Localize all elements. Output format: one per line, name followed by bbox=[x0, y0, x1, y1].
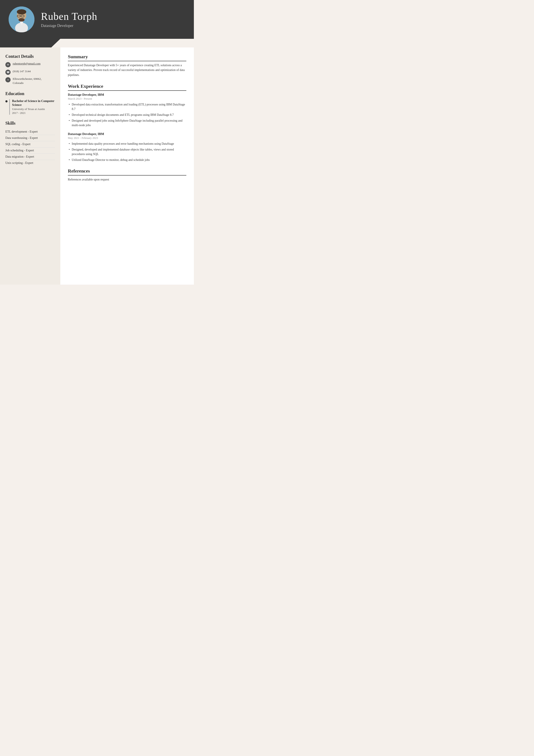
svg-point-6 bbox=[18, 18, 25, 21]
summary-text: Experienced Datastage Developer with 5+ … bbox=[68, 63, 186, 77]
contact-email-item: ✉ rubentorph@gmail.com bbox=[5, 62, 55, 67]
header: Ruben Torph Datastage Developer bbox=[0, 0, 194, 39]
location-text: Ellsworthchester, 69062,Colorado bbox=[13, 77, 41, 85]
skill-item: Job scheduling - Expert bbox=[5, 148, 55, 154]
sidebar: Contact Details ✉ rubentorph@gmail.com ☎… bbox=[0, 47, 60, 284]
job-bullets-list: Developed data extraction, transformatio… bbox=[68, 102, 186, 127]
job-bullet: Designed and developed jobs using InfoSp… bbox=[68, 119, 186, 127]
skills-section-title: Skills bbox=[5, 121, 55, 126]
education-section: Education Bachelor of Science in Compute… bbox=[5, 91, 55, 115]
email-link[interactable]: rubentorph@gmail.com bbox=[13, 62, 40, 65]
main-layout: Contact Details ✉ rubentorph@gmail.com ☎… bbox=[0, 47, 194, 284]
edu-degree: Bachelor of Science in Computer Science bbox=[12, 99, 55, 107]
references-section: References References available upon req… bbox=[68, 168, 186, 182]
skill-item: Data warehousing - Expert bbox=[5, 135, 55, 141]
contact-phone-item: ☎ (918) 147 3144 bbox=[5, 69, 55, 75]
jobs-list: Datastage Developer, IBMMarch 2023 - Pre… bbox=[68, 93, 186, 162]
contact-section-title: Contact Details bbox=[5, 54, 55, 59]
references-text: References available upon request bbox=[68, 177, 186, 182]
job-bullet: Utilized DataStage Director to monitor, … bbox=[68, 158, 186, 162]
job-title: Datastage Developer, IBM bbox=[68, 93, 186, 96]
avatar-image bbox=[9, 7, 35, 32]
svg-point-2 bbox=[17, 9, 26, 14]
skills-list: ETL development - ExpertData warehousing… bbox=[5, 129, 55, 166]
skill-item: Data migration - Expert bbox=[5, 154, 55, 160]
skills-section: Skills ETL development - ExpertData ware… bbox=[5, 121, 55, 166]
references-title: References bbox=[68, 168, 186, 176]
contact-section: Contact Details ✉ rubentorph@gmail.com ☎… bbox=[5, 54, 55, 85]
job-title: Datastage Developer, IBM bbox=[68, 132, 186, 136]
education-item: Bachelor of Science in Computer Science … bbox=[5, 99, 55, 115]
job-bullet: Developed data extraction, transformatio… bbox=[68, 102, 186, 111]
candidate-name: Ruben Torph bbox=[41, 11, 97, 22]
job-bullet: Developed technical design documents and… bbox=[68, 113, 186, 117]
job-dates: May 2021 - February 2023 bbox=[68, 136, 186, 140]
job-dates: March 2023 - Present bbox=[68, 97, 186, 100]
avatar bbox=[9, 7, 35, 32]
summary-section: Summary Experienced Datastage Developer … bbox=[68, 54, 186, 77]
email-icon: ✉ bbox=[5, 62, 11, 67]
phone-text: (918) 147 3144 bbox=[13, 69, 31, 73]
header-text: Ruben Torph Datastage Developer bbox=[41, 11, 97, 28]
edu-dates: 2017 - 2021 bbox=[12, 111, 55, 115]
contact-location-item: ⌖ Ellsworthchester, 69062,Colorado bbox=[5, 77, 55, 85]
job-bullets-list: Implemented data quality processes and e… bbox=[68, 142, 186, 162]
phone-icon: ☎ bbox=[5, 70, 11, 75]
job-entry: Datastage Developer, IBMMarch 2023 - Pre… bbox=[68, 93, 186, 127]
main-content: Summary Experienced Datastage Developer … bbox=[60, 47, 194, 284]
edu-content: Bachelor of Science in Computer Science … bbox=[9, 99, 55, 115]
education-section-title: Education bbox=[5, 91, 55, 96]
location-icon: ⌖ bbox=[5, 77, 11, 82]
skill-item: SQL coding - Expert bbox=[5, 141, 55, 148]
work-experience-section: Work Experience Datastage Developer, IBM… bbox=[68, 83, 186, 162]
edu-bullet bbox=[5, 100, 8, 102]
job-bullet: Designed, developed and implemented data… bbox=[68, 147, 186, 156]
candidate-title: Datastage Developer bbox=[41, 23, 97, 28]
job-bullet: Implemented data quality processes and e… bbox=[68, 142, 186, 146]
job-entry: Datastage Developer, IBMMay 2021 - Febru… bbox=[68, 132, 186, 162]
work-title: Work Experience bbox=[68, 83, 186, 91]
chevron-left bbox=[0, 39, 60, 47]
skill-item: Unix scripting - Expert bbox=[5, 160, 55, 166]
skill-item: ETL development - Expert bbox=[5, 129, 55, 135]
chevron-decoration bbox=[0, 39, 194, 47]
edu-school: University of Texas at Austin bbox=[12, 107, 55, 111]
summary-title: Summary bbox=[68, 54, 186, 61]
